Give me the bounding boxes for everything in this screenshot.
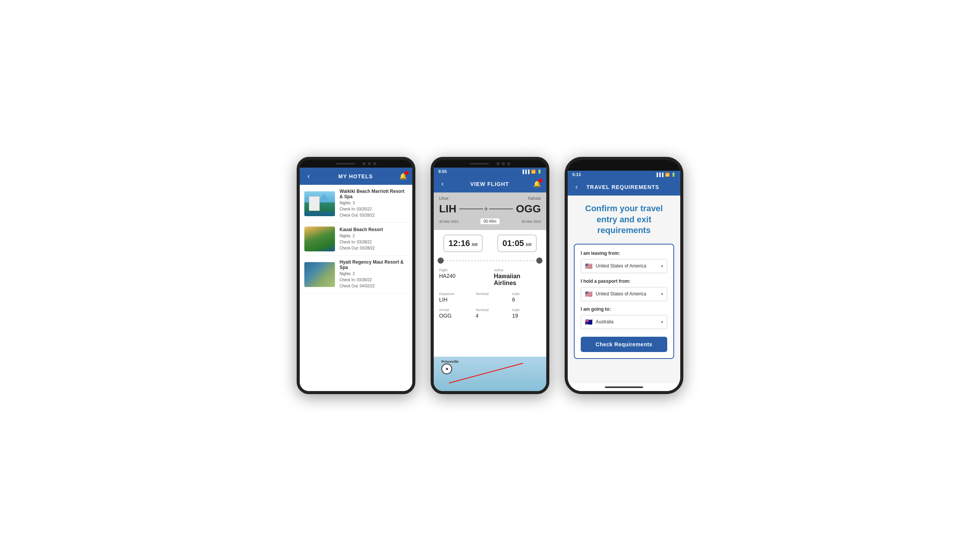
hotel-image-2 (304, 227, 335, 251)
arrival-city: Kahului (528, 196, 541, 201)
passport-value: United States of America (596, 291, 658, 297)
phone1-screen: ‹ MY HOTELS 🔔 Waikiki Beach Marriott Res… (300, 168, 412, 391)
departure-time: 12:16 (449, 238, 470, 248)
sensor4 (507, 162, 510, 165)
camera (363, 162, 366, 165)
terminal1-label: Terminal (475, 292, 504, 296)
travel-title: TRAVEL REQUIREMENTS (583, 184, 663, 190)
map-compass: ⊕ (441, 364, 452, 374)
arr-terminal-col: Terminal 4 (475, 308, 504, 319)
flight-number-col: Flight HA240 (439, 268, 486, 287)
flight-progress (434, 257, 546, 264)
sensor3 (502, 162, 505, 165)
flight-status-bar: 9:55 ▐▐▐ 📶 🔋 (434, 168, 546, 175)
flight-arrow: ✈ (456, 206, 516, 212)
gate2-label: Gate (512, 308, 541, 312)
sensors (363, 162, 376, 165)
flight-number-value: HA240 (439, 273, 486, 279)
arr-gate-col: Gate 19 (512, 308, 541, 319)
leaving-from-dropdown[interactable]: 🇺🇸 United States of America ▾ (581, 259, 667, 273)
dep-gate-col: Gate 6 (512, 292, 541, 303)
hotel-name-1: Waikiki Beach Marriott Resort & Spa (340, 189, 408, 199)
hotel-image-3 (304, 262, 335, 287)
hotel-info-2: Nights: 2 Check In: 03/28/22 Check Out: … (340, 233, 408, 251)
travel-status-time: 5:13 (572, 172, 581, 177)
battery-icon: 🔋 (537, 170, 542, 174)
progress-end (536, 258, 542, 264)
gate1-label: Gate (512, 292, 541, 296)
airline-name: Hawaiian Airlines (494, 273, 541, 287)
departure-code: LIH (439, 203, 456, 215)
map-city-label: Princeville (441, 360, 459, 364)
flight-back-button[interactable]: ‹ (439, 179, 446, 189)
flight-bell-container[interactable]: 🔔 (533, 180, 541, 187)
travel-header: ‹ TRAVEL REQUIREMENTS (568, 178, 680, 196)
back-button[interactable]: ‹ (305, 171, 312, 181)
progress-track (438, 257, 542, 264)
hotel-image-1 (304, 191, 335, 216)
phone-3-travel: 5:13 ▐▐▐ 📶 🔋 ‹ TRAVEL REQUIREMENTS Confi… (565, 157, 683, 394)
arrival-date: 30 Mar 2022 (521, 220, 541, 223)
flight-times: 30 Mar 2022 00:49m 30 Mar 2022 (439, 215, 541, 225)
plane-icon: ✈ (484, 206, 488, 212)
departure-city: Lihue (439, 196, 448, 201)
arr-airport-col: Arrival OGG (439, 308, 468, 319)
arrow-line-left (459, 209, 483, 209)
terminal2-value: 4 (475, 313, 504, 319)
travel-back-button[interactable]: ‹ (573, 182, 580, 192)
hotel-info-1: Nights: 3 Check In: 03/25/22 Check Out: … (340, 200, 408, 218)
flight-codes: LIH ✈ OGG (439, 203, 541, 215)
flight-row-3: Arrival OGG Terminal 4 Gate 19 (439, 308, 541, 319)
phone-1-hotels: ‹ MY HOTELS 🔔 Waikiki Beach Marriott Res… (297, 157, 415, 394)
arrival-clock: 01:05 AM (497, 235, 537, 252)
arrival-airport: OGG (439, 313, 468, 319)
status-icons: ▐▐▐ 📶 🔋 (521, 170, 542, 174)
dep-terminal-col: Terminal (475, 292, 504, 303)
dep-airport-col: Departure LIH (439, 292, 468, 303)
flight-content: Lihue Kahului LIH ✈ OGG 30 Mar 2022 00:4… (434, 192, 546, 391)
arrival-time: 01:05 (503, 238, 524, 248)
home-indicator (568, 383, 680, 391)
hotels-header: ‹ MY HOTELS 🔔 (300, 168, 412, 185)
flight-number-label: Flight (439, 268, 486, 272)
wifi-icon: 📶 (531, 170, 536, 174)
departure-ampm: AM (472, 243, 478, 247)
camera2 (497, 162, 500, 165)
notification-badge (405, 171, 408, 175)
passport-dropdown[interactable]: 🇺🇸 United States of America ▾ (581, 287, 667, 301)
airline-label: Airline (494, 268, 541, 272)
iphone-notch (568, 160, 680, 171)
flight-clocks: 12:16 AM 01:05 AM (434, 230, 546, 257)
flight-title: VIEW FLIGHT (449, 181, 530, 187)
hotel-item-2[interactable]: Kauai Beach Resort Nights: 2 Check In: 0… (300, 223, 412, 256)
terminal2-label: Terminal (475, 308, 504, 312)
progress-line (444, 261, 536, 261)
travel-wifi-icon: 📶 (665, 173, 670, 177)
flight-route-section: Lihue Kahului LIH ✈ OGG 30 Mar 2022 00:4… (434, 192, 546, 230)
going-to-label: I am going to: (581, 306, 667, 312)
gate2-value: 19 (512, 313, 541, 319)
sensor2 (373, 162, 376, 165)
bell-container[interactable]: 🔔 (399, 173, 407, 180)
flight-row-2: Departure LIH Terminal Gate 6 (439, 292, 541, 303)
check-requirements-button[interactable]: Check Requirements (581, 337, 667, 352)
speaker (336, 163, 355, 165)
going-to-chevron-icon: ▾ (661, 320, 663, 324)
arrival-code: OGG (516, 203, 541, 215)
hotel-item-1[interactable]: Waikiki Beach Marriott Resort & Spa Nigh… (300, 185, 412, 223)
passport-flag: 🇺🇸 (585, 290, 593, 298)
sensor (368, 162, 371, 165)
hotel-item-3[interactable]: Hyatt Regency Maui Resort & Spa Nights: … (300, 256, 412, 293)
going-to-dropdown[interactable]: 🇦🇺 Australia ▾ (581, 315, 667, 329)
arrival-ampm: AM (526, 243, 532, 247)
leaving-flag: 🇺🇸 (585, 262, 593, 270)
hotels-list: Waikiki Beach Marriott Resort & Spa Nigh… (300, 185, 412, 391)
going-to-section: I am going to: 🇦🇺 Australia ▾ (581, 306, 667, 329)
speaker2 (470, 163, 489, 165)
leaving-from-label: I am leaving from: (581, 251, 667, 256)
phone-2-flight: 9:55 ▐▐▐ 📶 🔋 ‹ VIEW FLIGHT 🔔 Lihue Kahul… (431, 157, 549, 394)
passport-section: I hold a passport from: 🇺🇸 United States… (581, 279, 667, 301)
leaving-from-section: I am leaving from: 🇺🇸 United States of A… (581, 251, 667, 273)
airline-col: Airline Hawaiian Airlines (494, 268, 541, 287)
departure-airport: LIH (439, 297, 468, 303)
